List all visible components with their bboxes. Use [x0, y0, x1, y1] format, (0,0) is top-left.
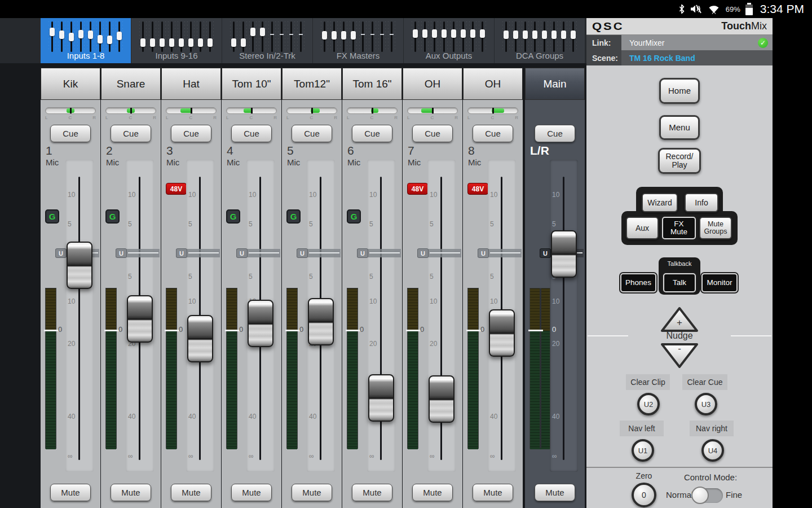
mute-button[interactable]: Mute — [171, 484, 211, 501]
mute-button[interactable]: Mute — [50, 484, 91, 501]
mute-button[interactable]: Mute — [535, 484, 575, 501]
user-button-u2[interactable]: U2 — [637, 393, 660, 415]
pan-slider[interactable] — [347, 107, 398, 114]
cue-button[interactable]: Cue — [292, 125, 332, 142]
bank-tab-inputs-1-8[interactable]: Inputs 1-8 — [41, 18, 131, 63]
nudge-down-button[interactable]: - — [660, 342, 699, 369]
fader-knob[interactable] — [187, 315, 213, 362]
fader-knob[interactable] — [489, 309, 515, 357]
pan-scale-labels: LCR — [226, 115, 277, 121]
mute-button[interactable]: Mute — [231, 484, 272, 501]
cue-button[interactable]: Cue — [231, 125, 272, 142]
zero-button[interactable]: 0 — [632, 483, 656, 507]
clear-cue-label: Clear Cue — [682, 374, 727, 390]
bank-fader-thumbnail — [404, 21, 494, 53]
pan-slider[interactable] — [467, 107, 518, 114]
fx-mute-button[interactable]: FX Mute — [662, 217, 696, 239]
strip-name-header[interactable]: Tom12" — [282, 68, 342, 100]
strip-name-header[interactable]: Tom 16" — [342, 68, 402, 100]
cue-button[interactable]: Cue — [535, 125, 575, 142]
meter-above-zero — [227, 288, 237, 331]
fader-scale-label: 10 — [68, 297, 81, 305]
fader-knob[interactable] — [368, 374, 394, 422]
fader-knob[interactable] — [248, 300, 273, 347]
toggle-knob[interactable] — [691, 487, 709, 504]
fader-scale-label: 20 — [369, 340, 383, 348]
strip-name-header[interactable]: Kik — [41, 68, 100, 100]
phones-button[interactable]: Phones — [620, 273, 656, 292]
pan-slider[interactable] — [45, 107, 96, 114]
cue-button[interactable]: Cue — [111, 125, 151, 142]
bank-tab-aux-outputs[interactable]: Aux Outputs — [404, 18, 494, 63]
unity-label: U — [176, 248, 187, 258]
strip-name-header[interactable]: Hat — [161, 68, 221, 100]
strip-name-header[interactable]: Main — [525, 68, 585, 100]
cue-button[interactable]: Cue — [171, 125, 211, 142]
meter-zero-label: 0 — [299, 325, 303, 334]
wizard-button[interactable]: Wizard — [642, 193, 678, 212]
bank-tab-inputs-9-16[interactable]: Inputs 9-16 — [131, 18, 222, 63]
cue-button[interactable]: Cue — [50, 125, 91, 142]
control-mode-toggle[interactable] — [694, 488, 723, 503]
scene-value[interactable]: TM 16 Rock Band — [621, 54, 773, 63]
meter-zero-tick — [165, 330, 179, 331]
info-button[interactable]: Info — [685, 193, 718, 212]
fader-knob[interactable] — [551, 230, 577, 278]
mute-button[interactable]: Mute — [473, 484, 513, 501]
mute-button[interactable]: Mute — [352, 484, 392, 501]
mini-fader-track — [430, 21, 439, 52]
bank-tab-fx-masters[interactable]: FX Masters — [313, 18, 403, 63]
user-button-u4[interactable]: U4 — [701, 439, 724, 462]
home-button[interactable]: Home — [659, 78, 700, 104]
mini-fader-knob — [470, 29, 475, 38]
user-button-u3[interactable]: U3 — [695, 393, 717, 415]
unity-label: U — [297, 248, 308, 258]
cue-button[interactable]: Cue — [352, 125, 392, 142]
record-play-button[interactable]: Record/ Play — [658, 148, 701, 174]
aux-button[interactable]: Aux — [626, 217, 659, 239]
mute-button[interactable]: Mute — [412, 484, 453, 501]
level-meter — [45, 288, 56, 449]
pan-slider[interactable] — [226, 107, 277, 114]
unity-gain-band: U — [478, 249, 522, 257]
mini-fader-dash — [299, 34, 303, 35]
mini-fader-knob — [422, 29, 427, 38]
meter-zero-tick — [104, 330, 119, 331]
bank-tab-dca-groups[interactable]: DCA Groups — [495, 18, 585, 63]
pan-slider[interactable] — [407, 107, 458, 114]
menu-button[interactable]: Menu — [659, 115, 700, 140]
mute-button[interactable]: Mute — [111, 484, 151, 501]
mini-fader-knob — [480, 29, 485, 38]
cue-button[interactable]: Cue — [473, 125, 513, 142]
nudge-up-button[interactable]: + — [660, 306, 699, 333]
mini-fader-knob — [451, 29, 456, 38]
unity-gain-band: U — [297, 249, 341, 257]
fader-knob[interactable] — [308, 298, 334, 345]
bank-tab-stereo-in-2-trk[interactable]: Stereo In/2-Trk — [222, 18, 312, 63]
fader-knob[interactable] — [67, 242, 92, 289]
fader-scale-label: 5 — [430, 220, 443, 228]
mute-button[interactable]: Mute — [292, 484, 332, 501]
pan-slider[interactable] — [286, 107, 337, 114]
pan-center-tick — [372, 108, 373, 113]
strip-name-header[interactable]: Tom 10" — [222, 68, 281, 100]
unity-line — [430, 252, 460, 253]
fader-knob[interactable] — [429, 375, 454, 423]
pan-slider[interactable] — [105, 107, 156, 114]
pan-slider[interactable] — [166, 107, 217, 114]
monitor-button[interactable]: Monitor — [701, 273, 738, 292]
strip-body: LCRCue6MicG1055102040∞U0Mute — [342, 100, 402, 508]
bank-tab-label: Inputs 9-16 — [131, 51, 222, 60]
mini-fader-track — [196, 21, 205, 52]
fader-knob[interactable] — [127, 295, 153, 343]
strip-name-header[interactable]: OH — [403, 68, 462, 100]
talk-button[interactable]: Talk — [663, 273, 696, 292]
strip-body: LCRCue7Mic48V1055102040∞U0Mute — [403, 100, 462, 508]
user-button-u1[interactable]: U1 — [632, 439, 654, 462]
control-mode-bar: Zero 0 Control Mode: Normal Fine — [586, 467, 773, 508]
nav-right-label: Nav right — [690, 421, 734, 436]
cue-button[interactable]: Cue — [412, 125, 453, 142]
strip-name-header[interactable]: OH — [463, 68, 523, 100]
strip-name-header[interactable]: Snare — [101, 68, 161, 100]
mute-groups-button[interactable]: Mute Groups — [699, 217, 732, 239]
